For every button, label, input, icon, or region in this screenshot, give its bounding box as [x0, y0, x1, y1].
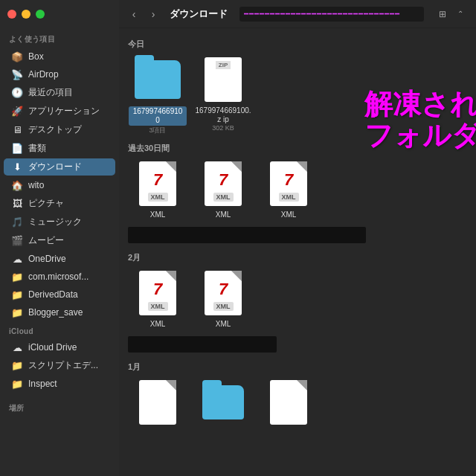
xml4-name: XML: [150, 320, 166, 329]
sidebar-label-pictures: ピクチャ: [28, 197, 64, 210]
box-icon: 📦: [11, 51, 23, 62]
content-area[interactable]: 今日 1679974669100 3項目 ZIP 1679974669100.z…: [119, 28, 476, 476]
titlebar-main: ‹ › ダウンロード ━━━━━━━━━━━━━━━━━━━━━━━━━━━━━…: [119, 0, 476, 28]
sidebar: よく使う項目 📦 Box 📡 AirDrop 🕐 最近の項目 🚀 アプリケーショ…: [0, 0, 119, 476]
sidebar-label-airdrop: AirDrop: [28, 69, 59, 80]
folder-icon-wrapper: [134, 56, 181, 103]
file-item-xml1[interactable]: 7 XML XML: [128, 160, 187, 219]
zip-name: 1679974669100.z ip: [194, 106, 252, 124]
sidebar-item-inspect[interactable]: 📁 Inspect: [4, 376, 115, 392]
sidebar-item-recents[interactable]: 🕐 最近の項目: [4, 84, 115, 101]
movies-icon: 🎬: [11, 235, 23, 247]
xml4-dog-ear: [166, 271, 176, 281]
file-item-xml2[interactable]: 7 XML XML: [193, 160, 253, 219]
script-editor-icon: 📁: [11, 360, 23, 372]
file-item-xml5[interactable]: 7 XML XML: [193, 269, 253, 329]
xml3-icon-wrapper: 7 XML: [265, 160, 312, 208]
sidebar-label-desktop: デスクトップ: [28, 123, 82, 136]
xml3-label: XML: [279, 193, 299, 202]
files-grid-february: 7 XML XML 7 XML XML: [128, 269, 467, 329]
xml4-label: XML: [148, 302, 168, 311]
file-item-folder[interactable]: 1679974669100 3項目: [128, 56, 187, 135]
xml3-name: XML: [281, 210, 297, 219]
forward-button[interactable]: ›: [146, 7, 161, 22]
sidebar-section-icloud: iCloud: [0, 321, 119, 338]
titlebar-sidebar: [0, 0, 119, 28]
redacted-bar-last30: [128, 227, 366, 243]
view-controls: ⊞ ⌃: [434, 6, 469, 22]
folder-name: 1679974669100: [129, 106, 187, 126]
files-grid-january: [128, 379, 467, 429]
onedrive-icon: ☁: [11, 253, 23, 265]
file-item-jan2[interactable]: [193, 379, 253, 429]
xml2-dog-ear: [231, 161, 242, 172]
file-item-xml4[interactable]: 7 XML XML: [128, 269, 187, 329]
sidebar-item-script-editor[interactable]: 📁 スクリプトエデ...: [4, 357, 115, 374]
sidebar-label-icloud-drive: iCloud Drive: [28, 342, 77, 353]
section-header-february: 2月: [128, 252, 467, 263]
xml3-file-icon: 7 XML: [270, 161, 307, 206]
file-item-zip[interactable]: ZIP 1679974669100.z ip 302 KB: [193, 56, 253, 135]
folder-icon-jan2: [202, 385, 244, 419]
xml3-dog-ear: [297, 161, 307, 172]
xml2-icon-wrapper: 7 XML: [199, 160, 247, 208]
sidebar-item-desktop[interactable]: 🖥 デスクトップ: [4, 121, 115, 138]
xml5-number: 7: [219, 280, 228, 299]
files-grid-last30: 7 XML XML 7 XML XML: [128, 160, 467, 219]
sidebar-item-onedrive[interactable]: ☁ OneDrive: [4, 251, 115, 267]
sidebar-item-applications[interactable]: 🚀 アプリケーション: [4, 103, 115, 120]
sidebar-item-wito[interactable]: 🏠 wito: [4, 177, 115, 193]
sidebar-item-movies[interactable]: 🎬 ムービー: [4, 232, 115, 249]
close-button[interactable]: [7, 10, 16, 19]
xml4-file-icon: 7 XML: [139, 271, 176, 315]
xml2-name: XML: [216, 210, 231, 219]
sidebar-label-movies: ムービー: [28, 234, 64, 247]
jan2-icon-wrapper: [199, 379, 247, 426]
minimize-button[interactable]: [22, 10, 30, 19]
xml1-file-icon: 7 XML: [139, 161, 176, 206]
sidebar-item-downloads[interactable]: ⬇ ダウンロード: [4, 158, 115, 176]
chevron-button[interactable]: ⌃: [452, 6, 469, 22]
file-item-jan1[interactable]: [128, 379, 187, 429]
sidebar-label-onedrive: OneDrive: [28, 254, 66, 264]
zip-file-icon: ZIP: [205, 57, 242, 102]
sidebar-item-com-microsoft[interactable]: 📁 com.microsof...: [4, 268, 115, 285]
path-bar-text: ━━━━━━━━━━━━━━━━━━━━━━━━━━━━━━: [244, 10, 400, 18]
file-item-xml3[interactable]: 7 XML XML: [259, 160, 318, 219]
sidebar-item-airdrop[interactable]: 📡 AirDrop: [4, 66, 115, 83]
music-icon: 🎵: [11, 216, 23, 228]
file-item-jan3[interactable]: [259, 379, 318, 429]
sidebar-label-music: ミュージック: [28, 216, 82, 228]
grid-view-button[interactable]: ⊞: [434, 6, 451, 22]
folder-icon: [135, 60, 181, 99]
maximize-button[interactable]: [36, 10, 45, 19]
xml3-number: 7: [284, 170, 293, 190]
path-bar: ━━━━━━━━━━━━━━━━━━━━━━━━━━━━━━: [239, 7, 424, 22]
section-header-last30: 過去30日間: [128, 143, 467, 154]
sidebar-item-icloud-drive[interactable]: ☁ iCloud Drive: [4, 339, 115, 356]
sidebar-item-deriveddata[interactable]: 📁 DerivedData: [4, 286, 115, 303]
xml4-number: 7: [153, 280, 162, 299]
xml5-label: XML: [213, 302, 234, 311]
xml1-name: XML: [150, 210, 166, 219]
applications-icon: 🚀: [11, 106, 23, 118]
documents-icon: 📄: [11, 143, 23, 155]
xml1-number: 7: [153, 170, 162, 190]
xml2-label: XML: [213, 193, 234, 202]
sidebar-section-places: 場所: [0, 397, 119, 416]
xml4-icon-wrapper: 7 XML: [134, 269, 181, 317]
sidebar-label-inspect: Inspect: [28, 379, 57, 389]
downloads-icon: ⬇: [11, 161, 23, 173]
redacted-bar-february: [128, 336, 277, 353]
sidebar-label-downloads: ダウンロード: [28, 161, 82, 173]
sidebar-item-box[interactable]: 📦 Box: [4, 48, 115, 65]
xml2-file-icon: 7 XML: [205, 161, 242, 206]
sidebar-item-pictures[interactable]: 🖼 ピクチャ: [4, 195, 115, 212]
sidebar-label-box: Box: [28, 51, 44, 62]
desktop-icon: 🖥: [11, 124, 23, 136]
sidebar-item-music[interactable]: 🎵 ミュージック: [4, 213, 115, 231]
wito-icon: 🏠: [11, 179, 23, 191]
sidebar-item-blogger-save[interactable]: 📁 Blogger_save: [4, 304, 115, 321]
back-button[interactable]: ‹: [126, 7, 141, 22]
sidebar-item-documents[interactable]: 📄 書類: [4, 140, 115, 157]
